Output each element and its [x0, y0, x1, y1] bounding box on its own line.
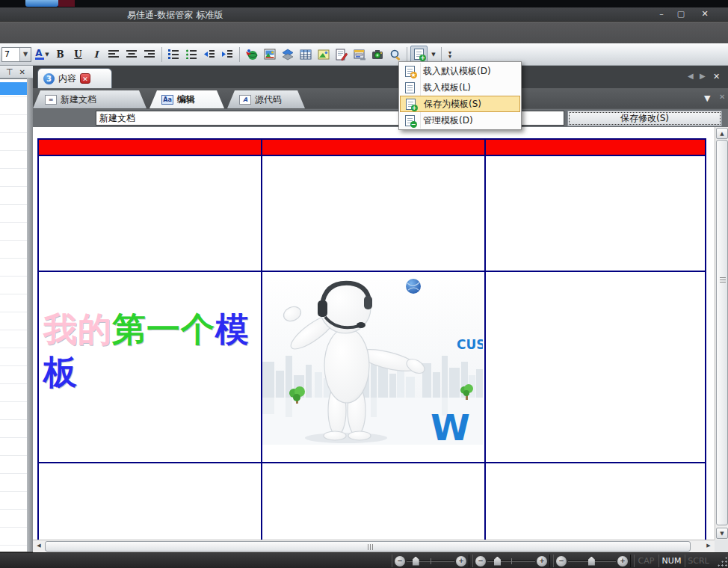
table-header-cell[interactable]: [262, 139, 485, 155]
slider-thumb[interactable]: [494, 557, 501, 566]
vertical-scrollbar-thumb[interactable]: [716, 140, 728, 525]
zoom-out-icon[interactable]: −: [475, 556, 486, 567]
document-tab-strip: ≡ 新建文档 Aa 编辑 A 源代码 ▼ ✕: [33, 88, 728, 108]
table-cell[interactable]: [485, 271, 706, 463]
wordart-char: 我: [43, 309, 78, 349]
edit-document-icon: [336, 49, 348, 61]
document-editor-canvas[interactable]: 我的第一个模板: [33, 127, 715, 540]
table-header-cell[interactable]: [38, 139, 262, 155]
minimize-button[interactable]: –: [652, 8, 671, 20]
template-table: 我的第一个模板: [37, 138, 706, 540]
align-left-button[interactable]: [105, 46, 123, 64]
menu-item-load-template[interactable]: 载入模板(L): [400, 79, 520, 96]
tab-scroll-left-icon[interactable]: ◀: [688, 72, 694, 80]
zoom-slider-2[interactable]: − +: [472, 555, 550, 567]
zoom-in-icon[interactable]: +: [617, 556, 628, 567]
zoom-out-icon[interactable]: −: [395, 556, 405, 567]
table-cell[interactable]: [485, 463, 706, 540]
insert-table-button[interactable]: [297, 46, 314, 64]
form-icon: [354, 49, 365, 61]
slider-thumb[interactable]: [588, 557, 595, 566]
scroll-down-icon[interactable]: ▼: [716, 528, 728, 539]
table-cell-wordart[interactable]: 我的第一个模板: [38, 271, 262, 463]
table-cell[interactable]: [38, 463, 262, 540]
layers-button[interactable]: [279, 46, 296, 64]
sidebar-selected-row[interactable]: [0, 82, 27, 95]
tab-close-icon[interactable]: ✕: [80, 73, 90, 84]
panel-close-icon[interactable]: ✕: [19, 68, 25, 76]
template-menu-button[interactable]: +: [410, 46, 428, 64]
indent-button[interactable]: [219, 46, 236, 64]
insert-form-button[interactable]: [351, 46, 368, 64]
font-color-button[interactable]: A ▼: [34, 46, 51, 64]
table-cell-illustration[interactable]: CUST W: [262, 271, 485, 463]
zoom-in-icon[interactable]: +: [537, 556, 547, 567]
table-cell[interactable]: [38, 155, 262, 271]
table-cell[interactable]: [262, 155, 485, 271]
close-button[interactable]: ✕: [695, 8, 715, 20]
scroll-left-icon[interactable]: ◀: [34, 541, 44, 552]
align-center-button[interactable]: [123, 46, 141, 64]
pin-icon[interactable]: ⊤: [6, 67, 13, 77]
zoom-in-icon[interactable]: +: [456, 556, 466, 567]
titlebar: 易佳通-数据管家 标准版 – ▢ ✕: [0, 7, 728, 22]
panel-tab-label: 内容: [58, 72, 76, 85]
tab-new-document[interactable]: ≡ 新建文档: [33, 90, 146, 108]
tab-source-code[interactable]: A 源代码: [227, 90, 305, 108]
horizontal-scrollbar[interactable]: ◀ ▶: [33, 540, 715, 552]
menu-item-label: 载入模板(L): [423, 81, 471, 94]
maximize-button[interactable]: ▢: [671, 8, 691, 20]
underline-button[interactable]: U: [70, 46, 87, 64]
tab-edit[interactable]: Aa 编辑: [149, 90, 224, 108]
tab-menu-chevron-icon[interactable]: ▼: [704, 93, 710, 103]
italic-button[interactable]: I: [87, 46, 105, 64]
bullet-list-button[interactable]: [183, 46, 200, 64]
insert-media-button[interactable]: [243, 46, 260, 64]
document-title-row: 保存修改(S): [33, 108, 728, 127]
wordart-char: 的: [78, 309, 112, 349]
font-size-combo[interactable]: 7 ▼: [1, 47, 31, 62]
menu-item-manage-template[interactable]: −管理模板(D): [400, 112, 520, 129]
outdent-button[interactable]: [201, 46, 218, 64]
align-right-button[interactable]: [141, 46, 158, 64]
insert-picture-button[interactable]: [261, 46, 278, 64]
chevron-down-icon[interactable]: ▼: [19, 48, 31, 61]
template-document-icon: +: [414, 49, 424, 60]
slider-thumb[interactable]: [413, 557, 419, 566]
chevron-down-icon[interactable]: ▼: [45, 52, 49, 58]
table-cell[interactable]: [262, 463, 485, 540]
table-cell[interactable]: [485, 155, 706, 271]
manage-template-icon: −: [403, 115, 416, 126]
menu-item-save-as-template[interactable]: +保存为模板(S): [400, 96, 520, 112]
thumb-grip-icon: [368, 544, 374, 550]
edit-document-button[interactable]: [333, 46, 350, 64]
template-menu-dropdown[interactable]: ▼: [428, 46, 438, 64]
zoom-slider-3[interactable]: − +: [553, 555, 631, 567]
tab-group-close-icon[interactable]: ✕: [719, 93, 725, 101]
tab-scroll-right-icon[interactable]: ▶: [700, 72, 706, 80]
toolbar-overflow-button[interactable]: ▾▾: [445, 46, 455, 64]
vertical-scrollbar[interactable]: ▲ ▼: [715, 127, 728, 540]
table-header-cell[interactable]: [485, 139, 706, 155]
numbered-list-button[interactable]: [165, 46, 182, 64]
horizontal-scrollbar-thumb[interactable]: [45, 541, 691, 552]
sidebar-list[interactable]: [0, 78, 27, 552]
tab-strip-close-icon[interactable]: ✕: [713, 72, 720, 81]
search-button[interactable]: [386, 46, 404, 64]
scroll-right-icon[interactable]: ▶: [703, 541, 714, 552]
save-changes-button[interactable]: 保存修改(S): [567, 111, 722, 126]
menu-item-load-default-template[interactable]: ★载入默认模板(D): [400, 63, 520, 79]
window-title: 易佳通-数据管家 标准版: [127, 9, 223, 22]
resize-grip-icon[interactable]: [717, 556, 727, 567]
zoom-slider-1[interactable]: − +: [392, 555, 469, 567]
layers-icon: [282, 49, 294, 61]
insert-image-button[interactable]: [315, 46, 332, 64]
scroll-up-icon[interactable]: ▲: [716, 128, 728, 139]
panel-splitter[interactable]: [27, 78, 33, 552]
capture-button[interactable]: [368, 46, 386, 64]
top-strip: [0, 0, 728, 7]
tab-content-panel[interactable]: 3 内容 ✕: [37, 68, 112, 88]
numbered-list-icon: [168, 49, 179, 59]
bold-button[interactable]: B: [52, 46, 69, 64]
zoom-out-icon[interactable]: −: [556, 556, 567, 567]
